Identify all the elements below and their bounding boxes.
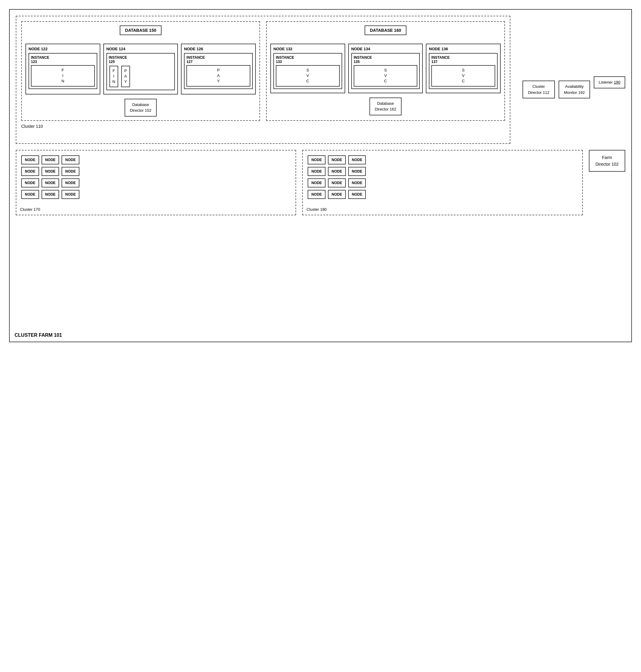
c180-node-11: NODE [328, 190, 346, 199]
instance-135: INSTANCE135 SVC [351, 53, 420, 89]
lower-section: NODE NODE NODE NODE NODE NODE NODE NODE … [16, 150, 625, 215]
cluster-director-112: ClusterDirector 112 [522, 81, 555, 98]
c180-node-3: NODE [348, 155, 366, 165]
farm-director-area: FarmDirector 102 [589, 150, 625, 172]
c180-node-4: NODE [308, 167, 326, 176]
instance-127: INSTANCE127 PAY [184, 53, 253, 89]
service-fin-124: FIN [109, 66, 118, 87]
database-160-title: DATABASE 160 [365, 25, 407, 35]
services-row-124: FIN PAY [109, 65, 173, 88]
database-director-152: DatabaseDirector 152 [125, 99, 157, 116]
service-pay-124: PAY [121, 66, 130, 87]
db150-director-row: DatabaseDirector 152 [26, 95, 256, 116]
node-122-label: NODE 122 [28, 47, 97, 51]
c180-node-2: NODE [328, 155, 346, 165]
service-svc-136: SVC [431, 65, 495, 87]
node-134-label: NODE 134 [351, 47, 420, 51]
node-136-label: NODE 136 [429, 47, 497, 51]
listener-190-label: 190 [614, 80, 620, 84]
c180-node-1: NODE [308, 155, 326, 165]
node-132-label: NODE 132 [273, 47, 342, 51]
instance-125-label: INSTANCE125 [109, 55, 173, 64]
database-160: DATABASE 160 NODE 132 INSTANCE133 SVC [266, 21, 505, 121]
c180-node-5: NODE [328, 167, 346, 176]
cluster-180-grid: NODE NODE NODE NODE NODE NODE NODE NODE … [308, 155, 577, 199]
instance-127-label: INSTANCE127 [187, 55, 250, 64]
c170-node-7: NODE [21, 178, 39, 187]
c170-node-8: NODE [42, 178, 59, 187]
service-pay-126: PAY [187, 65, 250, 87]
c170-node-5: NODE [42, 167, 59, 176]
listener-190: Listener 190 [594, 76, 625, 88]
database-150-title: DATABASE 150 [120, 25, 162, 35]
c170-node-11: NODE [42, 190, 59, 199]
node-122: NODE 122 INSTANCE123 FIN [26, 44, 100, 95]
availability-monitor-192: AvailabilityMonitor 192 [559, 81, 590, 98]
db160-nodes-row: NODE 132 INSTANCE133 SVC NODE 134 INSTAN… [270, 44, 501, 93]
c180-node-12: NODE [348, 190, 366, 199]
instance-135-label: INSTANCE135 [354, 55, 418, 64]
instance-133: INSTANCE133 SVC [273, 53, 342, 89]
c180-node-9: NODE [348, 178, 366, 187]
cluster-farm: DATABASE 150 NODE 122 INSTANCE123 FIN [9, 9, 632, 342]
c170-node-4: NODE [21, 167, 39, 176]
c180-node-6: NODE [348, 167, 366, 176]
node-132: NODE 132 INSTANCE133 SVC [270, 44, 345, 93]
db150-nodes-row: NODE 122 INSTANCE123 FIN NODE 124 INSTAN… [26, 44, 256, 95]
c170-node-12: NODE [62, 190, 79, 199]
cluster-110-label-text: Cluster 110 [21, 124, 505, 129]
cluster-180: NODE NODE NODE NODE NODE NODE NODE NODE … [302, 150, 583, 215]
cluster-170: NODE NODE NODE NODE NODE NODE NODE NODE … [16, 150, 296, 215]
instance-137: INSTANCE137 SVC [429, 53, 497, 89]
c170-node-10: NODE [21, 190, 39, 199]
databases-row: DATABASE 150 NODE 122 INSTANCE123 FIN [21, 21, 505, 121]
node-124: NODE 124 INSTANCE125 FIN PAY [103, 44, 178, 95]
c180-node-8: NODE [328, 178, 346, 187]
c170-node-2: NODE [42, 155, 59, 165]
instance-125: INSTANCE125 FIN PAY [106, 53, 175, 90]
c170-node-6: NODE [62, 167, 79, 176]
cluster-170-label: Cluster 170 [20, 207, 40, 212]
directors-row: ClusterDirector 112 AvailabilityMonitor … [522, 76, 625, 98]
c180-node-10: NODE [308, 190, 326, 199]
service-svc-134: SVC [354, 65, 418, 87]
cluster-farm-label: CLUSTER FARM 101 [15, 333, 62, 338]
listener-label: Listener [599, 80, 614, 84]
database-director-162: DatabaseDirector 162 [369, 98, 402, 115]
c170-node-3: NODE [62, 155, 79, 165]
cluster-170-grid: NODE NODE NODE NODE NODE NODE NODE NODE … [21, 155, 291, 199]
cluster-180-label: Cluster 180 [306, 207, 326, 212]
cluster-110: DATABASE 150 NODE 122 INSTANCE123 FIN [16, 16, 510, 144]
node-126: NODE 126 INSTANCE127 PAY [181, 44, 256, 95]
c170-node-9: NODE [62, 178, 79, 187]
farm-director-102: FarmDirector 102 [589, 150, 625, 172]
c180-node-7: NODE [308, 178, 326, 187]
instance-123: INSTANCE123 FIN [28, 53, 97, 89]
node-136: NODE 136 INSTANCE137 SVC [426, 44, 501, 93]
service-svc-132: SVC [276, 65, 340, 87]
service-fin-122: FIN [31, 65, 95, 87]
c170-node-1: NODE [21, 155, 39, 165]
instance-137-label: INSTANCE137 [431, 55, 495, 64]
instance-133-label: INSTANCE133 [276, 55, 340, 64]
node-126-label: NODE 126 [184, 47, 253, 51]
database-150: DATABASE 150 NODE 122 INSTANCE123 FIN [21, 21, 260, 121]
db160-director-row: DatabaseDirector 162 [270, 93, 501, 115]
instance-123-label: INSTANCE123 [31, 55, 95, 64]
directors-panel: ClusterDirector 112 AvailabilityMonitor … [522, 16, 625, 98]
node-124-label: NODE 124 [106, 47, 175, 51]
node-134: NODE 134 INSTANCE135 SVC [348, 44, 423, 93]
